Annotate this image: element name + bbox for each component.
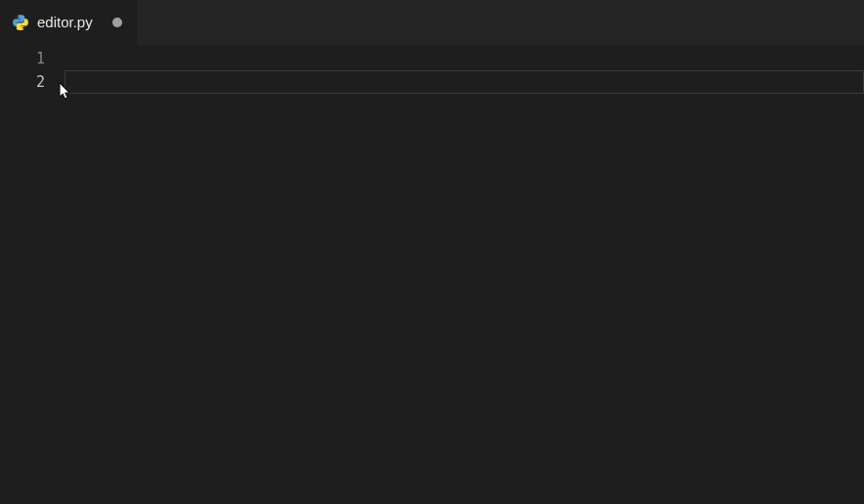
tab-bar: editor.py — [0, 0, 864, 45]
tab-editor-py[interactable]: editor.py — [0, 0, 137, 45]
line-number: 1 — [0, 47, 65, 70]
line-number: 2 — [0, 70, 65, 94]
tab-title: editor.py — [37, 0, 105, 45]
line-content[interactable] — [65, 70, 864, 94]
unsaved-indicator-icon[interactable] — [112, 18, 122, 27]
python-file-icon — [12, 14, 29, 31]
line-content[interactable] — [65, 47, 864, 70]
editor-lines: 1 2 — [0, 45, 864, 94]
code-editor[interactable]: 1 2 — [0, 45, 864, 504]
line-row[interactable]: 1 — [0, 47, 864, 70]
line-row[interactable]: 2 — [0, 70, 864, 94]
